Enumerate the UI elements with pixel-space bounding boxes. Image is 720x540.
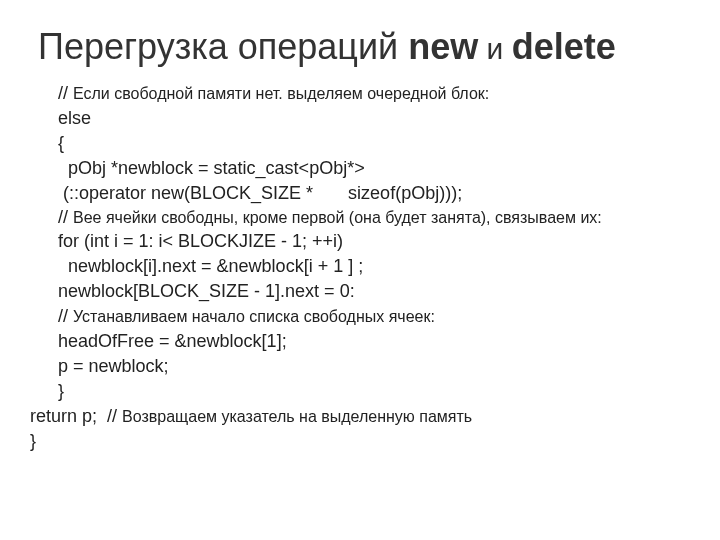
code-line: // Если свободной памяти нет. выделяем о… xyxy=(30,82,690,105)
code-line: } xyxy=(30,430,690,453)
code-line: pObj *newblock = static_cast<pObj*> xyxy=(30,157,690,180)
comment-slashes: // xyxy=(58,306,73,326)
code-line: newblock[BLOCK_SIZE - 1].next = 0: xyxy=(30,280,690,303)
code-block: // Если свободной памяти нет. выделяем о… xyxy=(30,82,690,453)
title-keyword-new: new xyxy=(408,26,478,67)
code-line: return p; // Возвращаем указатель на выд… xyxy=(30,405,690,428)
comment-slashes: // xyxy=(58,83,73,103)
code-line: newblock[i].next = &newblock[i + 1 ] ; xyxy=(30,255,690,278)
slide-title: Перегрузка операций new и delete xyxy=(38,26,690,68)
comment-text: Возвращаем указатель на выделенную памят… xyxy=(122,408,472,425)
code-line: headOfFree = &newblock[1]; xyxy=(30,330,690,353)
code-line: р = newblock; xyxy=(30,355,690,378)
slide: Перегрузка операций new и delete // Если… xyxy=(0,0,720,540)
comment-text: Bee ячейки свободны, кроме первой (она б… xyxy=(73,209,602,226)
title-text-1: Перегрузка операций xyxy=(38,26,408,67)
title-connector: и xyxy=(478,32,511,65)
code-line: // Bee ячейки свободны, кроме первой (он… xyxy=(30,207,690,228)
code-line: } xyxy=(30,380,690,403)
comment-text: Устанавливаем начало списка свободных яч… xyxy=(73,308,435,325)
code-line: else xyxy=(30,107,690,130)
comment-text: Если свободной памяти нет. выделяем очер… xyxy=(73,85,489,102)
code-line: { xyxy=(30,132,690,155)
code-line: // Устанавливаем начало списка свободных… xyxy=(30,305,690,328)
code-line: for (int i = 1: i< BLOCKJIZE - 1; ++i) xyxy=(30,230,690,253)
code-line: (::operator new(BLOCK_SIZE * sizeof(pObj… xyxy=(30,182,690,205)
title-keyword-delete: delete xyxy=(512,26,616,67)
comment-slashes: // xyxy=(58,207,73,227)
return-statement: return p; // xyxy=(30,406,122,426)
